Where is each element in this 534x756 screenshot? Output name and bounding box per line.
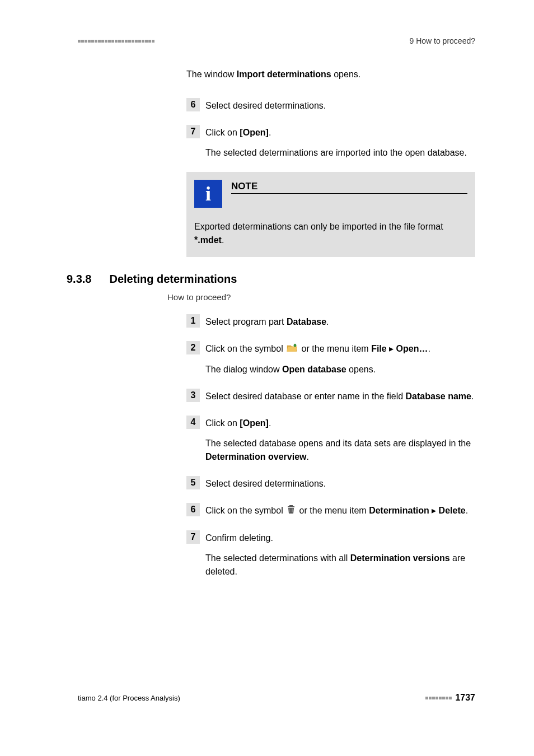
svg-rect-2 <box>292 508 293 512</box>
step-text: Click on the symbol or the menu item Fil… <box>205 341 475 356</box>
step-text: Select desired database or enter name in… <box>205 389 475 403</box>
step-3: 3 Select desired database or enter name … <box>186 389 475 403</box>
step-text: Select program part Database. <box>205 314 475 329</box>
section-heading: 9.3.8 Deleting determinations <box>67 273 475 286</box>
intro-text: The window Import determinations opens. <box>186 68 475 81</box>
step-7: 7 Confirm deleting. <box>186 530 475 545</box>
header-chapter-title: 9 How to proceed? <box>409 36 475 45</box>
step-text: Confirm deleting. <box>205 530 475 545</box>
step-text: Click on the symbol or the menu item Det… <box>205 503 475 518</box>
step-text: Select desired determinations. <box>205 476 475 491</box>
step-number: 7 <box>186 530 200 544</box>
step-4: 4 Click on [Open]. <box>186 416 475 430</box>
step-number: 1 <box>186 314 200 328</box>
section-number: 9.3.8 <box>67 273 91 286</box>
page-footer: tiamo 2.4 (for Process Analysis) 1737 <box>78 693 475 703</box>
step-follow-text: The selected database opens and its data… <box>205 437 475 464</box>
footer-ornament <box>425 697 452 699</box>
page-header: 9 How to proceed? <box>78 36 475 45</box>
footer-product: tiamo 2.4 (for Process Analysis) <box>78 694 180 702</box>
note-body: Exported determinations can only be impo… <box>194 220 467 247</box>
step-text: Click on [Open]. <box>205 125 475 139</box>
step-follow-text: The selected determinations with all Det… <box>205 552 475 578</box>
step-follow-text: The selected determinations are imported… <box>205 146 475 160</box>
step-number: 7 <box>186 125 200 138</box>
step-5: 5 Select desired determinations. <box>186 476 475 491</box>
step-number: 2 <box>186 341 200 354</box>
step-number: 4 <box>186 416 200 429</box>
step-number: 6 <box>186 503 200 516</box>
step-follow-text: The dialog window Open database opens. <box>205 363 475 376</box>
header-ornament <box>78 40 154 43</box>
step-7-top: 7 Click on [Open]. <box>186 125 475 139</box>
step-1: 1 Select program part Database. <box>186 314 475 329</box>
open-folder-icon <box>287 343 298 356</box>
step-2: 2 Click on the symbol or the menu item F… <box>186 341 475 356</box>
step-number: 5 <box>186 476 200 489</box>
svg-rect-1 <box>291 508 292 512</box>
note-box: i NOTE Exported determinations can only … <box>186 172 475 257</box>
step-number: 3 <box>186 389 200 402</box>
note-title: NOTE <box>231 181 467 194</box>
step-6: 6 Click on the symbol or the menu item D… <box>186 503 475 518</box>
step-6-top: 6 Select desired determinations. <box>186 98 475 113</box>
svg-rect-0 <box>289 508 290 512</box>
step-text: Click on [Open]. <box>205 416 475 430</box>
trash-icon <box>287 504 296 518</box>
footer-page-number: 1737 <box>455 693 475 703</box>
step-number: 6 <box>186 98 200 111</box>
section-subtitle: How to proceed? <box>167 292 475 302</box>
step-text: Select desired determinations. <box>205 98 475 113</box>
section-title: Deleting determinations <box>109 273 237 286</box>
info-icon: i <box>194 180 222 208</box>
